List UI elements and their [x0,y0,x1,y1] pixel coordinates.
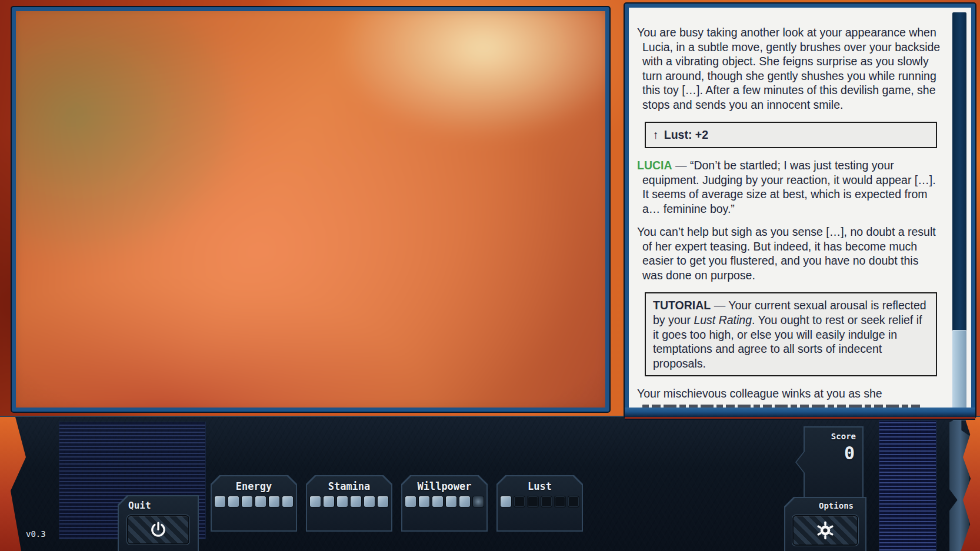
stat-segment [446,496,456,507]
options-label: Options [819,501,854,510]
tutorial-separator: — [711,299,728,312]
stat-label: Lust [496,480,583,492]
dialogue-panel[interactable]: You are busy taking another look at your… [625,4,975,418]
stat-segment [541,496,552,507]
power-icon [149,521,167,539]
speaker-name: LUCIA [637,159,672,172]
scene-panel[interactable] [12,7,609,412]
dialogue-text-area: You are busy taking another look at your… [629,8,971,409]
decor-slate-column [949,417,969,551]
stat-label: Willpower [401,480,488,492]
game-root: Quit Energy Stamina Willpower [0,0,980,551]
score-panel: Score 0 [795,426,864,498]
stat-segments [211,496,297,507]
lucia-dialogue-text: — “Don’t be startled; I was just testing… [642,159,936,215]
scene-vignette [16,11,605,408]
stat-segment [501,496,511,507]
hud-bar: Quit Energy Stamina Willpower [0,416,980,551]
stat-segment [378,496,388,507]
stat-block: Lust [496,475,583,532]
quit-button[interactable] [127,515,189,545]
lucia-dialogue: LUCIA — “Don’t be startled; I was just t… [637,158,941,216]
options-panel: Options [784,497,866,551]
scrollbar-thumb[interactable] [952,330,966,412]
stat-segment [459,496,470,507]
stat-segment [555,496,565,507]
panel-bottom-trim [625,408,975,419]
stat-segment [255,496,266,507]
stat-label: Stamina [306,480,392,492]
stat-block: Willpower [401,475,488,532]
stat-segment [324,496,334,507]
decor-matrix-text-right [879,420,936,551]
stat-segment [269,496,279,507]
stat-segment [242,496,252,507]
stat-segment [514,496,525,507]
stat-segments [496,496,583,507]
stat-segment [337,496,348,507]
scrollbar[interactable] [952,12,966,405]
tutorial-box: TUTORIAL — Your current sexual arousal i… [645,292,937,376]
stat-segment [215,496,225,507]
narration-paragraph-2: You can’t help but sigh as you sense […]… [637,225,941,282]
tutorial-title: TUTORIAL [653,299,711,312]
gear-icon [816,521,835,540]
stat-segment [405,496,416,507]
score-value: 0 [844,443,855,463]
version-label: v0.3 [26,529,46,539]
stat-segment [568,496,579,507]
stats-row: Energy Stamina Willpower Lust [211,475,583,532]
score-label: Score [831,432,856,441]
up-arrow-icon: ↑ [653,128,659,141]
lust-gain-text: Lust: +2 [664,128,708,141]
stat-segment [432,496,443,507]
quit-label: Quit [128,500,151,511]
narration-paragraph-1: You are busy taking another look at your… [637,25,941,112]
narration-paragraph-3: Your mischievous colleague winks at you … [637,386,941,401]
stat-segment [351,496,361,507]
stat-segment [282,496,293,507]
stat-segment [310,496,321,507]
stat-segments [401,496,488,507]
stat-label: Energy [211,480,297,492]
tutorial-emphasis: Lust Rating [694,313,752,326]
options-button[interactable] [792,515,858,546]
stat-block: Stamina [306,475,392,532]
stat-segment [473,496,484,507]
lust-gain-box: ↑Lust: +2 [645,122,937,148]
stat-segment [364,496,375,507]
stat-segment [528,496,538,507]
stat-segments [306,496,392,507]
quit-panel: Quit [118,495,199,551]
stat-block: Energy [211,475,297,532]
stat-segment [419,496,429,507]
stat-segment [228,496,239,507]
